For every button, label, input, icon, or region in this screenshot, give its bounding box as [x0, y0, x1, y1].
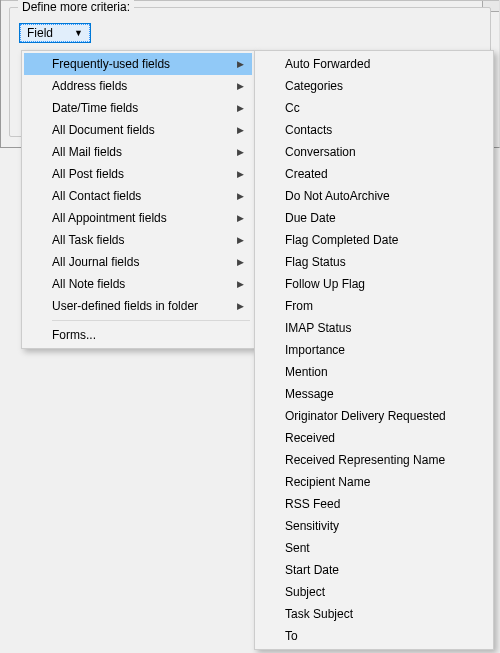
menu-item-all-mail-fields[interactable]: All Mail fields▶: [24, 141, 252, 163]
menu-item-label: All Note fields: [52, 277, 234, 291]
menu-item-label: All Task fields: [52, 233, 234, 247]
menu-item-rss-feed[interactable]: RSS Feed: [257, 493, 491, 515]
menu-item-label: Forms...: [52, 328, 234, 342]
menu-item-label: Message: [285, 387, 473, 401]
menu-item-label: All Journal fields: [52, 255, 234, 269]
menu-item-label: User-defined fields in folder: [52, 299, 234, 313]
menu-item-label: Date/Time fields: [52, 101, 234, 115]
menu-item-label: Sensitivity: [285, 519, 473, 533]
menu-item-label: Due Date: [285, 211, 473, 225]
field-categories-menu: Frequently-used fields▶Address fields▶Da…: [21, 50, 255, 349]
menu-item-label: Flag Completed Date: [285, 233, 473, 247]
menu-item-mention[interactable]: Mention: [257, 361, 491, 383]
menu-item-from[interactable]: From: [257, 295, 491, 317]
submenu-arrow-icon: ▶: [237, 103, 244, 113]
menu-item-auto-forwarded[interactable]: Auto Forwarded: [257, 53, 491, 75]
menu-item-message[interactable]: Message: [257, 383, 491, 405]
menu-separator: [52, 320, 250, 321]
field-button-label: Field: [27, 26, 53, 40]
menu-item-flag-completed-date[interactable]: Flag Completed Date: [257, 229, 491, 251]
menu-item-created[interactable]: Created: [257, 163, 491, 185]
menu-item-label: IMAP Status: [285, 321, 473, 335]
menu-item-label: Contacts: [285, 123, 473, 137]
menu-item-originator-delivery-requested[interactable]: Originator Delivery Requested: [257, 405, 491, 427]
menu-item-to[interactable]: To: [257, 625, 491, 647]
menu-item-date-time-fields[interactable]: Date/Time fields▶: [24, 97, 252, 119]
menu-item-conversation[interactable]: Conversation: [257, 141, 491, 163]
menu-item-label: RSS Feed: [285, 497, 473, 511]
menu-item-do-not-autoarchive[interactable]: Do Not AutoArchive: [257, 185, 491, 207]
menu-item-label: Categories: [285, 79, 473, 93]
menu-item-label: Start Date: [285, 563, 473, 577]
groupbox-legend: Define more criteria:: [18, 0, 134, 14]
menu-item-start-date[interactable]: Start Date: [257, 559, 491, 581]
menu-item-label: Address fields: [52, 79, 234, 93]
menu-item-label: Mention: [285, 365, 473, 379]
menu-item-label: Task Subject: [285, 607, 473, 621]
menu-item-label: Received Representing Name: [285, 453, 473, 467]
menu-item-label: Do Not AutoArchive: [285, 189, 473, 203]
menu-item-contacts[interactable]: Contacts: [257, 119, 491, 141]
menu-item-label: Conversation: [285, 145, 473, 159]
menu-item-recipient-name[interactable]: Recipient Name: [257, 471, 491, 493]
submenu-arrow-icon: ▶: [237, 59, 244, 69]
menu-item-cc[interactable]: Cc: [257, 97, 491, 119]
menu-item-label: All Contact fields: [52, 189, 234, 203]
submenu-arrow-icon: ▶: [237, 125, 244, 135]
menu-item-label: Created: [285, 167, 473, 181]
submenu-arrow-icon: ▶: [237, 169, 244, 179]
menu-item-all-document-fields[interactable]: All Document fields▶: [24, 119, 252, 141]
menu-item-sensitivity[interactable]: Sensitivity: [257, 515, 491, 537]
menu-item-label: All Post fields: [52, 167, 234, 181]
menu-item-all-journal-fields[interactable]: All Journal fields▶: [24, 251, 252, 273]
submenu-arrow-icon: ▶: [237, 81, 244, 91]
submenu-arrow-icon: ▶: [237, 301, 244, 311]
menu-item-subject[interactable]: Subject: [257, 581, 491, 603]
menu-item-due-date[interactable]: Due Date: [257, 207, 491, 229]
menu-item-importance[interactable]: Importance: [257, 339, 491, 361]
menu-item-label: Originator Delivery Requested: [285, 409, 473, 423]
menu-item-all-task-fields[interactable]: All Task fields▶: [24, 229, 252, 251]
submenu-arrow-icon: ▶: [237, 213, 244, 223]
menu-item-label: Recipient Name: [285, 475, 473, 489]
menu-item-label: All Document fields: [52, 123, 234, 137]
menu-item-user-defined-fields-in-folder[interactable]: User-defined fields in folder▶: [24, 295, 252, 317]
menu-item-label: Follow Up Flag: [285, 277, 473, 291]
caret-down-icon: ▼: [74, 28, 83, 38]
menu-item-all-contact-fields[interactable]: All Contact fields▶: [24, 185, 252, 207]
menu-item-label: Sent: [285, 541, 473, 555]
menu-item-label: Subject: [285, 585, 473, 599]
menu-item-label: Flag Status: [285, 255, 473, 269]
frequently-used-fields-submenu: Auto ForwardedCategoriesCcContactsConver…: [254, 50, 494, 650]
menu-item-label: All Mail fields: [52, 145, 234, 159]
menu-item-frequently-used-fields[interactable]: Frequently-used fields▶: [24, 53, 252, 75]
menu-item-label: All Appointment fields: [52, 211, 234, 225]
menu-item-follow-up-flag[interactable]: Follow Up Flag: [257, 273, 491, 295]
menu-item-received[interactable]: Received: [257, 427, 491, 449]
menu-item-imap-status[interactable]: IMAP Status: [257, 317, 491, 339]
menu-item-all-note-fields[interactable]: All Note fields▶: [24, 273, 252, 295]
field-dropdown-button[interactable]: Field ▼: [20, 24, 90, 42]
menu-item-label: To: [285, 629, 473, 643]
menu-item-received-representing-name[interactable]: Received Representing Name: [257, 449, 491, 471]
menu-item-flag-status[interactable]: Flag Status: [257, 251, 491, 273]
menu-item-sent[interactable]: Sent: [257, 537, 491, 559]
submenu-arrow-icon: ▶: [237, 235, 244, 245]
menu-item-all-post-fields[interactable]: All Post fields▶: [24, 163, 252, 185]
menu-item-label: Received: [285, 431, 473, 445]
submenu-arrow-icon: ▶: [237, 191, 244, 201]
submenu-arrow-icon: ▶: [237, 257, 244, 267]
menu-item-all-appointment-fields[interactable]: All Appointment fields▶: [24, 207, 252, 229]
menu-item-categories[interactable]: Categories: [257, 75, 491, 97]
menu-item-label: Auto Forwarded: [285, 57, 473, 71]
menu-item-label: Importance: [285, 343, 473, 357]
menu-item-address-fields[interactable]: Address fields▶: [24, 75, 252, 97]
menu-item-label: Cc: [285, 101, 473, 115]
submenu-arrow-icon: ▶: [237, 147, 244, 157]
menu-item-forms[interactable]: Forms...: [24, 324, 252, 346]
submenu-arrow-icon: ▶: [237, 279, 244, 289]
menu-item-task-subject[interactable]: Task Subject: [257, 603, 491, 625]
menu-item-label: Frequently-used fields: [52, 57, 234, 71]
menu-item-label: From: [285, 299, 473, 313]
